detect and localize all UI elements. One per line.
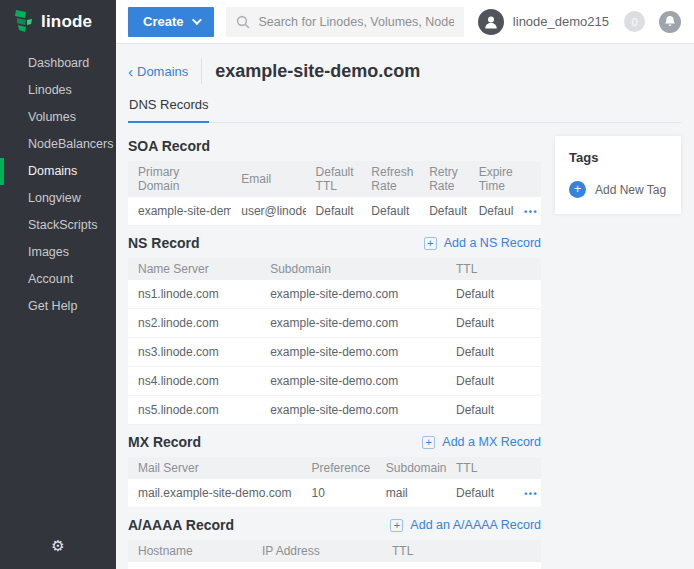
sidebar-item-nodebalancers[interactable]: NodeBalancers: [0, 131, 116, 158]
ns-record-table: Name Server Subdomain TTL ns1.linode.com…: [128, 258, 541, 425]
cell-subdomain: example-site-demo.com: [260, 396, 446, 425]
plus-square-icon: +: [422, 436, 435, 449]
bell-icon: [664, 15, 676, 28]
notifications-bell-button[interactable]: [659, 11, 681, 33]
cell-ttl: Default: [446, 396, 541, 425]
cell-preference: 10: [301, 479, 375, 508]
search-input[interactable]: [258, 15, 453, 29]
mx-record-section: MX Record + Add a MX Record Mail Server …: [128, 425, 541, 508]
cell-email: user@linode.com: [231, 197, 305, 226]
cell-ttl: Default: [446, 367, 541, 396]
search-bar[interactable]: [226, 7, 463, 37]
table-header-row: Mail Server Preference Subdomain TTL: [128, 457, 541, 479]
soa-record-section: SOA Record Primary Domain Email Default …: [128, 129, 541, 226]
sidebar-item-account[interactable]: Account: [0, 266, 116, 293]
table-row: 45.79.13.74 Default •••: [128, 562, 541, 569]
cell-ttl: Default: [446, 309, 541, 338]
page-title: example-site-demo.com: [215, 61, 420, 82]
column-header: Refresh Rate: [361, 161, 419, 197]
cell-subdomain: example-site-demo.com: [260, 338, 446, 367]
tab-bar: DNS Records: [128, 90, 681, 123]
main-content: ‹ Domains example-site-demo.com DNS Reco…: [116, 44, 694, 569]
column-header: TTL: [382, 540, 514, 562]
create-button-label: Create: [143, 14, 183, 29]
breadcrumb-back-link[interactable]: ‹ Domains: [128, 64, 188, 79]
row-actions-menu-icon[interactable]: •••: [524, 207, 538, 217]
table-row: ns2.linode.com example-site-demo.com Def…: [128, 309, 541, 338]
add-new-tag-button[interactable]: + Add New Tag: [569, 181, 667, 198]
ns-section-title: NS Record: [128, 235, 200, 251]
column-header: Hostname: [128, 540, 252, 562]
records-column: SOA Record Primary Domain Email Default …: [128, 129, 541, 569]
sidebar-item-get-help[interactable]: Get Help: [0, 293, 116, 320]
sidebar-item-stackscripts[interactable]: StackScripts: [0, 212, 116, 239]
settings-gear-icon[interactable]: ⚙: [0, 537, 116, 569]
table-row: ns1.linode.com example-site-demo.com Def…: [128, 280, 541, 309]
tags-column: Tags + Add New Tag: [555, 129, 681, 569]
plus-square-icon: +: [390, 519, 403, 532]
column-header: Primary Domain: [128, 161, 231, 197]
sidebar-item-dashboard[interactable]: Dashboard: [0, 50, 116, 77]
cell-subdomain: example-site-demo.com: [260, 367, 446, 396]
mx-section-title: MX Record: [128, 434, 201, 450]
cell-retry-rate: Default: [419, 197, 469, 226]
sidebar-item-domains[interactable]: Domains: [0, 158, 116, 185]
cell-ttl: Default: [446, 280, 541, 309]
column-header: Default TTL: [306, 161, 362, 197]
brand-name: linode: [41, 12, 92, 32]
a-aaaa-record-section: A/AAAA Record + Add an A/AAAA Record Hos…: [128, 508, 541, 569]
notification-count-badge[interactable]: 0: [624, 11, 645, 32]
chevron-left-icon: ‹: [128, 64, 133, 79]
mx-record-table: Mail Server Preference Subdomain TTL mai…: [128, 457, 541, 508]
a-aaaa-section-title: A/AAAA Record: [128, 517, 234, 533]
sidebar-item-longview[interactable]: Longview: [0, 185, 116, 212]
column-header: Retry Rate: [419, 161, 469, 197]
add-mx-record-button[interactable]: + Add a MX Record: [422, 435, 541, 449]
breadcrumb: ‹ Domains example-site-demo.com: [128, 54, 681, 88]
column-header: Subdomain: [376, 457, 446, 479]
cell-subdomain: example-site-demo.com: [260, 280, 446, 309]
cell-subdomain: mail: [376, 479, 446, 508]
column-header: Mail Server: [128, 457, 301, 479]
sidebar-item-linodes[interactable]: Linodes: [0, 77, 116, 104]
cell-name-server: ns3.linode.com: [128, 338, 260, 367]
row-actions-menu-icon[interactable]: •••: [524, 489, 538, 499]
table-row: ns5.linode.com example-site-demo.com Def…: [128, 396, 541, 425]
column-header: [514, 161, 541, 197]
user-avatar[interactable]: [478, 9, 504, 35]
add-new-tag-label: Add New Tag: [595, 183, 666, 197]
column-header: [514, 540, 541, 562]
add-a-aaaa-record-label: Add an A/AAAA Record: [410, 518, 541, 532]
cell-mail-server: mail.example-site-demo.com: [128, 479, 301, 508]
column-header: TTL: [446, 258, 541, 280]
breadcrumb-back-label: Domains: [137, 64, 188, 79]
add-mx-record-label: Add a MX Record: [442, 435, 541, 449]
sidebar-item-images[interactable]: Images: [0, 239, 116, 266]
column-header: TTL: [446, 457, 514, 479]
linode-logo-icon: [14, 10, 34, 34]
create-button[interactable]: Create: [128, 7, 214, 37]
sidebar-item-volumes[interactable]: Volumes: [0, 104, 116, 131]
cell-primary-domain: example-site-demo.com: [128, 197, 231, 226]
plus-circle-icon: +: [569, 181, 586, 198]
username-label[interactable]: linode_demo215: [513, 14, 609, 29]
plus-square-icon: +: [424, 237, 437, 250]
tab-dns-records[interactable]: DNS Records: [128, 90, 209, 123]
add-ns-record-button[interactable]: + Add a NS Record: [424, 236, 541, 250]
chevron-down-icon: [192, 15, 202, 25]
table-row: mail.example-site-demo.com 10 mail Defau…: [128, 479, 541, 508]
soa-record-table: Primary Domain Email Default TTL Refresh…: [128, 161, 541, 226]
cell-name-server: ns1.linode.com: [128, 280, 260, 309]
table-row: ns3.linode.com example-site-demo.com Def…: [128, 338, 541, 367]
linode-logo[interactable]: linode: [0, 0, 116, 50]
add-a-aaaa-record-button[interactable]: + Add an A/AAAA Record: [390, 518, 541, 532]
user-block: linode_demo215 0: [478, 9, 681, 35]
tags-panel-title: Tags: [569, 150, 667, 165]
sidebar: linode Dashboard Linodes Volumes NodeBal…: [0, 0, 116, 569]
user-icon: [483, 14, 499, 30]
search-icon: [236, 15, 250, 29]
cell-name-server: ns2.linode.com: [128, 309, 260, 338]
cell-default-ttl: Default: [306, 197, 362, 226]
cell-subdomain: example-site-demo.com: [260, 309, 446, 338]
column-header: [514, 457, 541, 479]
